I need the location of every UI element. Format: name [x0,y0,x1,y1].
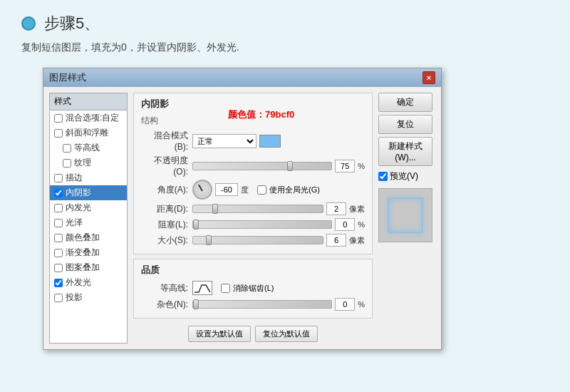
distance-input[interactable] [326,202,346,215]
styles-panel: 样式 混合选项:自定 斜面和浮雕 等高线 纹理 描边 [49,93,128,344]
angle-area: 度 [192,180,249,200]
choke-slider-track[interactable] [192,220,332,229]
preview-inner [388,197,423,233]
style-item-pattern-overlay[interactable]: 图案叠加 [50,260,127,275]
choke-input[interactable] [335,218,355,231]
distance-control: 像素 [192,202,365,215]
style-item-bevel[interactable]: 斜面和浮雕 [50,125,127,140]
step-title: 步骤5、 [44,13,100,34]
action-panel: 确定 复位 新建样式(W)... 预览(V) [378,93,435,344]
blend-mode-select[interactable]: 正常 [192,134,256,148]
angle-dial[interactable] [192,180,212,200]
anti-alias-row: 消除锯齿(L) [221,283,274,294]
preview-checkbox[interactable] [378,172,388,181]
opacity-label: 不透明度(O): [141,155,192,177]
inner-shadow-section: 内阴影 结构 混合模式(B): 正常 不透明度(O): [133,93,373,254]
page-description: 复制短信图层，填充为0，并设置内阴影、外发光. [0,41,570,65]
style-item-blend[interactable]: 混合选项:自定 [50,110,127,125]
style-label-contour: 等高线 [74,142,100,154]
style-label-blend: 混合选项:自定 [66,112,119,124]
style-label-color-overlay: 颜色叠加 [66,232,100,244]
satin-checkbox[interactable] [54,219,63,227]
style-item-satin[interactable]: 光泽 [50,215,127,230]
contour-checkbox[interactable] [63,144,71,153]
choke-label: 阻塞(L): [141,219,192,231]
size-input[interactable] [326,234,346,247]
distance-slider-track[interactable] [192,205,323,213]
style-label-bevel: 斜面和浮雕 [66,127,108,139]
angle-row: 角度(A): 度 使用全局光(G) [141,180,365,200]
inner-shadow-checkbox[interactable] [54,189,63,197]
size-control: 像素 [192,234,365,247]
styles-panel-header: 样式 [50,93,127,110]
noise-row: 杂色(N): % [141,298,365,311]
blend-mode-row: 混合模式(B): 正常 [141,130,365,152]
style-label-outer-glow: 外发光 [66,277,91,289]
global-light-label: 使用全局光(G) [269,185,320,195]
style-item-stroke[interactable]: 描边 [50,170,127,185]
style-item-texture[interactable]: 纹理 [50,155,127,170]
inner-glow-checkbox[interactable] [54,204,63,212]
contour-label: 等高线: [141,282,192,294]
stroke-checkbox[interactable] [54,174,63,182]
dialog-titlebar: 图层样式 × [43,68,441,87]
preview-row: 预览(V) [378,170,435,182]
angle-input[interactable] [215,183,238,196]
style-item-gradient-overlay[interactable]: 渐变叠加 [50,245,127,260]
texture-checkbox[interactable] [63,159,71,167]
reset-to-default-button[interactable]: 设置为默认值 [188,326,251,342]
preview-label: 预览(V) [390,170,418,182]
anti-alias-checkbox[interactable] [221,284,230,293]
bevel-checkbox[interactable] [54,129,63,138]
style-label-stroke: 描边 [66,172,83,184]
contour-row: 等高线: 消除锯齿(L) [141,281,365,295]
inner-shadow-title: 内阴影 [141,98,365,110]
opacity-input[interactable] [335,160,355,172]
style-label-drop-shadow: 投影 [66,292,83,304]
blend-checkbox[interactable] [54,114,63,123]
opacity-unit: % [358,162,365,170]
distance-label: 距离(D): [141,203,192,215]
style-label-gradient-overlay: 渐变叠加 [66,247,100,259]
close-button[interactable]: × [423,71,435,84]
outer-glow-checkbox[interactable] [54,279,63,287]
style-label-inner-glow: 内发光 [66,202,91,214]
contour-control: 消除锯齿(L) [192,281,365,295]
choke-unit: % [358,220,365,229]
new-style-button[interactable]: 新建样式(W)... [378,137,432,166]
angle-unit: 度 [241,185,249,195]
opacity-slider-track[interactable] [192,162,332,170]
style-item-inner-glow[interactable]: 内发光 [50,200,127,215]
anti-alias-label: 消除锯齿(L) [233,283,274,294]
style-item-color-overlay[interactable]: 颜色叠加 [50,230,127,245]
dialog-title: 图层样式 [49,71,86,84]
preview-box [378,188,432,242]
distance-row: 距离(D): 像素 [141,202,365,215]
noise-label: 杂色(N): [141,299,192,311]
style-item-outer-glow[interactable]: 外发光 [50,275,127,290]
drop-shadow-checkbox[interactable] [54,294,63,302]
restore-default-button[interactable]: 复位为默认值 [255,326,318,342]
global-light-row: 使用全局光(G) [257,185,320,195]
gradient-overlay-checkbox[interactable] [54,249,63,257]
noise-slider-track[interactable] [192,300,332,309]
step-circle [21,16,36,31]
noise-input[interactable] [335,298,355,311]
size-slider-track[interactable] [192,236,323,244]
pattern-overlay-checkbox[interactable] [54,264,63,272]
global-light-checkbox[interactable] [257,185,266,195]
style-item-contour[interactable]: 等高线 [50,140,127,155]
style-label-inner-shadow: 内阴影 [66,187,91,199]
color-swatch[interactable] [259,135,281,148]
angle-control: 度 使用全局光(G) [192,180,365,200]
color-overlay-checkbox[interactable] [54,234,63,242]
blend-mode-label: 混合模式(B): [141,130,192,152]
style-label-satin: 光泽 [66,217,83,229]
blend-mode-control: 正常 [192,134,365,148]
ok-button[interactable]: 确定 [378,93,432,112]
style-item-drop-shadow[interactable]: 投影 [50,290,127,305]
contour-preview[interactable] [192,281,212,295]
style-item-inner-shadow[interactable]: 内阴影 [50,185,127,200]
reset-button[interactable]: 复位 [378,115,432,134]
opacity-control: % [192,160,365,172]
